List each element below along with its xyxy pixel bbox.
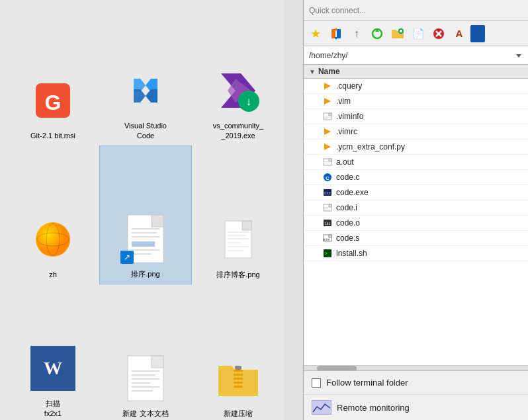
toolbar-btn-refresh[interactable] bbox=[368, 24, 386, 43]
quickconnect-input[interactable] bbox=[309, 6, 523, 15]
svg-rect-20 bbox=[132, 253, 152, 255]
svg-text:>_: >_ bbox=[324, 251, 331, 257]
svg-rect-25 bbox=[228, 238, 249, 239]
svg-rect-37 bbox=[234, 370, 243, 372]
toolbar-btn-blue[interactable] bbox=[470, 25, 485, 42]
file-row[interactable]: code.i bbox=[304, 200, 528, 216]
svg-rect-22 bbox=[242, 221, 251, 230]
saomiao-icon-area: W bbox=[26, 342, 79, 395]
svg-rect-42 bbox=[235, 366, 242, 370]
vscode-icon bbox=[122, 67, 169, 114]
file-name: .vim bbox=[336, 97, 351, 106]
file-row[interactable]: 101 code.o bbox=[304, 216, 528, 231]
paoxu-blogger-label: 排序博客.png bbox=[216, 270, 259, 279]
toolbar-btn-new-folder[interactable] bbox=[388, 24, 407, 43]
bottom-bar: Follow terminal folder Remote monitoring bbox=[304, 370, 528, 420]
file-row[interactable]: .viminfo bbox=[304, 109, 528, 124]
file-list[interactable]: ▼ Name .cquery .vim bbox=[304, 65, 528, 365]
svg-rect-27 bbox=[228, 246, 249, 247]
svg-rect-43 bbox=[331, 29, 335, 38]
desktop-item-paoxu-blogger[interactable]: 排序博客.png bbox=[192, 146, 285, 284]
desktop-item-vs2019[interactable]: ↓ vs_community__2019.exe bbox=[192, 7, 285, 146]
file-row[interactable]: asm code.s bbox=[304, 231, 528, 246]
desktop-item-paoxu[interactable]: ↗ 排序.png bbox=[99, 146, 192, 284]
svg-text:EXE: EXE bbox=[324, 191, 331, 195]
svg-marker-64 bbox=[324, 144, 331, 150]
follow-folder-label: Follow terminal folder bbox=[326, 378, 408, 388]
svg-rect-32 bbox=[132, 374, 155, 376]
svg-rect-28 bbox=[228, 250, 243, 251]
c-file-icon: C bbox=[323, 173, 332, 182]
follow-folder-row: Follow terminal folder bbox=[304, 371, 528, 395]
path-bar: /home/zhy/ bbox=[304, 46, 528, 65]
file-name: .cquery bbox=[336, 81, 362, 91]
asm-file-icon: asm bbox=[323, 234, 332, 242]
desktop-item-vscode[interactable]: Visual StudioCode bbox=[99, 7, 192, 146]
follow-folder-checkbox[interactable] bbox=[312, 378, 321, 388]
svg-rect-74 bbox=[329, 204, 331, 207]
svg-rect-51 bbox=[400, 30, 402, 32]
file-row[interactable]: C code.c bbox=[304, 170, 528, 185]
svg-rect-75 bbox=[324, 207, 330, 208]
toolbar-btn-file[interactable]: 📄 bbox=[409, 24, 427, 43]
file-name: code.i bbox=[336, 203, 357, 212]
svg-marker-4 bbox=[134, 89, 146, 103]
path-text: /home/zhy/ bbox=[309, 51, 348, 60]
toolbar-btn-upload[interactable]: ↑ bbox=[347, 24, 366, 43]
file-row[interactable]: .vimrc bbox=[304, 124, 528, 140]
file-icon-installsh: >_ bbox=[322, 248, 333, 259]
git-icon-area: G bbox=[26, 74, 79, 127]
svg-marker-56 bbox=[324, 83, 331, 89]
file-name: code.c bbox=[336, 173, 359, 182]
svg-rect-19 bbox=[132, 249, 159, 251]
filezilla-panel: ★ ↑ 📄 bbox=[303, 0, 528, 420]
zh-label: zh bbox=[49, 270, 57, 279]
svg-text:C: C bbox=[326, 175, 330, 181]
file-row[interactable]: a.out bbox=[304, 155, 528, 170]
new-folder-icon bbox=[391, 28, 404, 40]
word-icon: W bbox=[30, 346, 75, 391]
svg-rect-68 bbox=[324, 163, 330, 163]
svg-marker-5 bbox=[146, 89, 157, 103]
desktop-item-new-text[interactable]: 新建 文本文档 bbox=[99, 284, 192, 420]
file-name: code.o bbox=[336, 218, 360, 228]
arrow-file-icon bbox=[323, 142, 332, 151]
file-row[interactable]: .cquery bbox=[304, 79, 528, 94]
arrow-file-icon bbox=[323, 127, 332, 136]
file-icon-codeo: 101 bbox=[322, 218, 333, 228]
file-row[interactable]: >_ install.sh bbox=[304, 246, 528, 261]
file-row[interactable]: EXE code.exe bbox=[304, 185, 528, 200]
svg-marker-55 bbox=[516, 54, 521, 58]
desktop-item-saomiao[interactable]: W 扫描fx2x1 bbox=[7, 284, 99, 420]
file-row[interactable]: .vim bbox=[304, 94, 528, 109]
desktop-item-git[interactable]: G Git-2.1 bit.msi bbox=[7, 7, 99, 146]
toolbar-btn-reconnect[interactable] bbox=[327, 24, 345, 43]
file-name: .ycm_extra_conf.py bbox=[336, 142, 405, 151]
file-row[interactable]: .ycm_extra_conf.py bbox=[304, 140, 528, 155]
exe-file-icon: EXE bbox=[323, 189, 332, 196]
file-icon-codeexe: EXE bbox=[322, 187, 333, 198]
svg-rect-76 bbox=[324, 208, 328, 209]
svg-rect-39 bbox=[234, 378, 243, 380]
column-header-name[interactable]: ▼ Name bbox=[304, 65, 528, 79]
svg-rect-17 bbox=[132, 236, 159, 237]
svg-rect-15 bbox=[132, 228, 159, 230]
git-icon: G bbox=[30, 78, 75, 123]
toolbar-btn-cancel[interactable] bbox=[429, 24, 448, 43]
toolbar-btn-bookmark[interactable]: ★ bbox=[306, 24, 325, 43]
svg-rect-61 bbox=[324, 117, 330, 118]
paoxu-label: 排序.png bbox=[131, 269, 159, 278]
toolbar-btn-a[interactable]: A bbox=[450, 24, 468, 43]
filezilla-toolbar: ★ ↑ 📄 bbox=[304, 21, 528, 46]
svg-rect-23 bbox=[228, 231, 249, 233]
desktop: G Git-2.1 bit.msi Visual StudioCod bbox=[0, 0, 304, 420]
svg-rect-34 bbox=[132, 382, 150, 384]
svg-rect-40 bbox=[234, 382, 243, 384]
horizontal-scrollbar[interactable] bbox=[304, 365, 528, 370]
desktop-item-zh[interactable]: zh bbox=[7, 146, 99, 284]
obj-file-icon: 101 bbox=[323, 219, 332, 227]
svg-text:↓: ↓ bbox=[246, 95, 252, 108]
desktop-item-new-zip[interactable]: 新建压缩 bbox=[192, 284, 285, 420]
svg-rect-26 bbox=[228, 242, 241, 243]
svg-point-10 bbox=[36, 223, 69, 256]
